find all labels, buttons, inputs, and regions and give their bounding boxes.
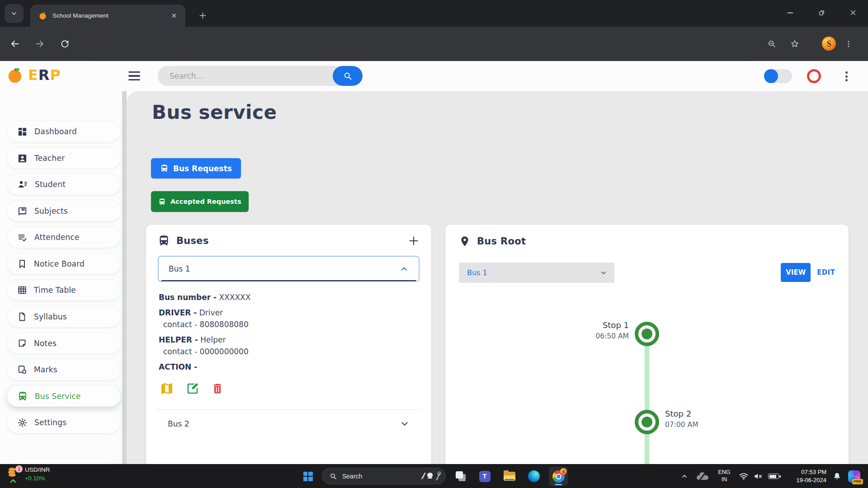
table-grid-icon [17, 285, 27, 295]
wifi-button[interactable] [737, 469, 750, 484]
sidebar-scrollbar[interactable] [122, 91, 127, 464]
kebab-menu-icon [844, 40, 853, 48]
edit-link[interactable]: EDIT [817, 268, 835, 277]
bus1-details: Bus number - XXXXXX DRIVER - Driver cont… [158, 282, 420, 396]
bus-icon [158, 198, 166, 206]
app-logo[interactable]: ERP [6, 66, 61, 84]
zoom-indicator-button[interactable] [763, 35, 781, 53]
reload-button[interactable] [56, 35, 74, 53]
browser-toolbar: localhost/ERP/admin_panel/buses.php S [0, 27, 868, 61]
windows-logo-icon [303, 472, 313, 481]
sidebar-item-settings[interactable]: Settings [7, 412, 120, 433]
sidebar-item-attendance[interactable]: Attendence [7, 227, 120, 248]
search-submit-button[interactable] [333, 66, 363, 86]
map-route-icon[interactable] [160, 381, 174, 396]
bus-icon [160, 164, 169, 173]
teams-button[interactable]: T [475, 467, 494, 486]
stop2-marker[interactable] [635, 410, 659, 434]
edge-button[interactable] [524, 467, 543, 486]
main-content: Bus service Bus Requests Accepted Reques… [127, 91, 868, 464]
taskbar-search[interactable]: Search [322, 468, 446, 484]
page-title: Bus service [152, 101, 277, 123]
close-icon [849, 9, 857, 16]
forward-button[interactable] [31, 35, 49, 53]
copilot-button[interactable]: PRE [846, 469, 862, 484]
browser-tab[interactable]: School Management ✕ [30, 5, 185, 27]
chevron-down-icon [10, 10, 18, 17]
bus-root-controls: Bus 1 VIEW EDIT [459, 263, 835, 283]
buses-card-header: Buses [158, 235, 420, 247]
restore-icon [818, 9, 826, 17]
view-button[interactable]: VIEW [781, 263, 811, 282]
theme-toggle[interactable] [764, 69, 792, 83]
sidebar-item-partial[interactable] [7, 459, 120, 464]
tray-hidden-icons-button[interactable] [678, 469, 691, 484]
logo-text: ERP [28, 66, 61, 84]
battery-button[interactable] [766, 469, 781, 484]
folder-icon [504, 472, 515, 481]
taskbar-widget[interactable]: 1 USD/INR +0.10% [7, 466, 50, 482]
plus-icon [198, 11, 207, 20]
new-tab-button[interactable] [195, 8, 210, 23]
minimize-icon [787, 9, 794, 16]
sidebar-item-syllabus[interactable]: Syllabus [7, 306, 120, 327]
reload-icon [60, 39, 70, 49]
copilot-icon: PRE [848, 470, 860, 483]
sidebar-toggle-button[interactable] [128, 70, 142, 82]
window-minimize-button[interactable] [778, 4, 803, 22]
chrome-button-active[interactable]: S [549, 467, 568, 486]
browser-menu-button[interactable] [840, 35, 858, 53]
sidebar-item-dashboard[interactable]: Dashboard [7, 121, 120, 142]
tab-close-icon[interactable]: ✕ [169, 11, 179, 21]
tray-time: 07:53 PM [801, 468, 826, 476]
back-button[interactable] [6, 35, 24, 53]
clock-tray[interactable]: 07:53 PM 19-06-2024 [785, 469, 826, 484]
file-explorer-button[interactable] [500, 467, 519, 486]
sidebar-item-notice-board[interactable]: Notice Board [7, 253, 120, 274]
sidebar-item-notes[interactable]: Notes [7, 333, 120, 354]
bus-requests-button[interactable]: Bus Requests [151, 158, 241, 178]
chevron-up-icon [681, 473, 688, 480]
gear-icon [17, 418, 28, 428]
browser-profile-avatar[interactable]: S [822, 37, 836, 51]
search-input[interactable] [158, 66, 330, 86]
toggle-knob [764, 69, 778, 83]
edit-icon[interactable] [186, 382, 199, 395]
sidebar-item-bus-service[interactable]: Bus Service [7, 386, 120, 407]
location-pin-icon [459, 235, 471, 247]
bus-select-dropdown[interactable]: Bus 1 [459, 263, 614, 283]
tangerine-favicon-icon [38, 11, 47, 20]
chevron-up-icon [400, 264, 409, 273]
bus-icon [158, 235, 170, 247]
up-arrow-icon [10, 479, 16, 483]
accepted-requests-button[interactable]: Accepted Requests [151, 191, 249, 212]
sidebar-item-teacher[interactable]: Teacher [7, 148, 120, 169]
stop1-marker[interactable] [635, 322, 659, 346]
window-close-button[interactable] [840, 4, 866, 22]
bus2-accordion-header[interactable]: Bus 2 [158, 410, 420, 438]
tab-search-button[interactable] [5, 4, 24, 23]
onedrive-button[interactable] [695, 469, 710, 484]
notifications-button[interactable] [830, 469, 844, 484]
language-indicator[interactable]: ENG IN [715, 469, 733, 484]
add-bus-icon[interactable] [408, 235, 420, 247]
delete-icon[interactable] [211, 382, 224, 395]
bus1-accordion-header[interactable]: Bus 1 [158, 256, 420, 282]
widget-change: +0.10% [25, 475, 50, 482]
sidebar-item-time-table[interactable]: Time Table [7, 280, 120, 300]
bookmark-button[interactable] [786, 35, 804, 53]
start-button[interactable] [298, 467, 317, 486]
student-list-icon [17, 179, 28, 190]
driver-contact-line: contact - 8080808080 [163, 320, 419, 329]
app-header: ERP [0, 61, 868, 91]
record-status-icon[interactable] [807, 69, 821, 83]
sidebar-item-student[interactable]: Student [7, 174, 120, 195]
volume-button[interactable] [751, 469, 765, 484]
app-search [158, 66, 363, 86]
bus-root-actions: VIEW EDIT [781, 263, 835, 282]
sidebar-item-marks[interactable]: Marks [7, 359, 120, 380]
task-view-button[interactable] [451, 467, 470, 486]
window-restore-button[interactable] [809, 4, 834, 22]
header-menu-button[interactable] [842, 70, 851, 83]
sidebar-item-subjects[interactable]: Subjects [7, 201, 120, 221]
